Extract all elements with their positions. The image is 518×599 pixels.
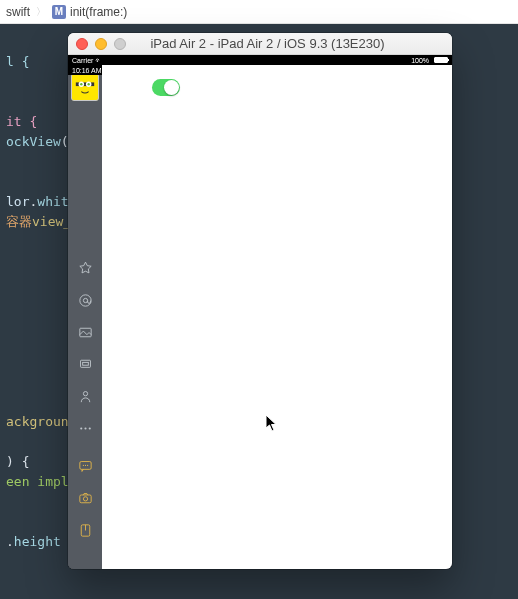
carrier-label: Carrier bbox=[72, 57, 93, 64]
chat-icon[interactable] bbox=[76, 457, 94, 475]
code-token: impl bbox=[37, 474, 68, 489]
battery-icon bbox=[434, 57, 448, 63]
code-token: whit bbox=[37, 194, 68, 209]
image-icon[interactable] bbox=[76, 323, 94, 341]
simulator-screen: Carrier ᯤ 100% 10:16 AM bbox=[68, 55, 452, 569]
note-icon[interactable] bbox=[76, 521, 94, 539]
camera-icon[interactable] bbox=[76, 489, 94, 507]
code-token: een bbox=[6, 474, 37, 489]
simulator-title: iPad Air 2 - iPad Air 2 / iOS 9.3 (13E23… bbox=[91, 36, 444, 51]
simulator-titlebar[interactable]: iPad Air 2 - iPad Air 2 / iOS 9.3 (13E23… bbox=[68, 33, 452, 55]
code-line: ackground bbox=[6, 414, 76, 429]
svg-point-4 bbox=[80, 83, 82, 85]
svg-point-20 bbox=[83, 496, 87, 500]
breadcrumb-file[interactable]: swift bbox=[6, 5, 30, 19]
code-line: l { bbox=[6, 54, 29, 69]
avatar[interactable] bbox=[71, 73, 99, 101]
code-token: height bbox=[14, 534, 61, 549]
battery-pct: 100% bbox=[411, 57, 429, 64]
code-token: ockView bbox=[6, 134, 61, 149]
dots-icon[interactable] bbox=[76, 419, 94, 437]
svg-rect-10 bbox=[82, 362, 88, 365]
svg-point-11 bbox=[83, 391, 87, 395]
star-icon[interactable] bbox=[76, 259, 94, 277]
breadcrumb-method[interactable]: init(frame:) bbox=[70, 5, 127, 19]
code-line: ) { bbox=[6, 454, 29, 469]
svg-point-5 bbox=[87, 83, 89, 85]
svg-point-6 bbox=[79, 294, 90, 305]
svg-point-18 bbox=[87, 464, 88, 465]
svg-point-17 bbox=[84, 464, 85, 465]
svg-point-14 bbox=[88, 427, 90, 429]
svg-point-16 bbox=[82, 464, 83, 465]
svg-point-13 bbox=[84, 427, 86, 429]
close-button[interactable] bbox=[76, 38, 88, 50]
dock-sidebar bbox=[68, 65, 102, 569]
breadcrumb: swift M init(frame:) bbox=[0, 0, 518, 24]
code-line: it { bbox=[6, 114, 37, 129]
app-area bbox=[68, 65, 452, 569]
svg-rect-9 bbox=[80, 360, 90, 367]
ios-statusbar: Carrier ᯤ 100% 10:16 AM bbox=[68, 55, 452, 65]
screen-icon[interactable] bbox=[76, 355, 94, 373]
switch-knob bbox=[164, 80, 179, 95]
simulator-window: iPad Air 2 - iPad Air 2 / iOS 9.3 (13E23… bbox=[68, 33, 452, 569]
code-token: lor bbox=[6, 194, 29, 209]
svg-rect-19 bbox=[79, 494, 90, 502]
method-icon: M bbox=[52, 5, 66, 19]
code-token: 容器 bbox=[6, 214, 32, 229]
breadcrumb-separator-icon bbox=[34, 4, 48, 19]
svg-point-7 bbox=[83, 298, 87, 302]
code-token: . bbox=[6, 534, 14, 549]
wifi-icon: ᯤ bbox=[95, 57, 102, 64]
svg-point-12 bbox=[80, 427, 82, 429]
switch-toggle[interactable] bbox=[152, 79, 180, 96]
minion-icon bbox=[74, 76, 96, 98]
person-icon[interactable] bbox=[76, 387, 94, 405]
content-area[interactable] bbox=[102, 65, 452, 569]
at-icon[interactable] bbox=[76, 291, 94, 309]
